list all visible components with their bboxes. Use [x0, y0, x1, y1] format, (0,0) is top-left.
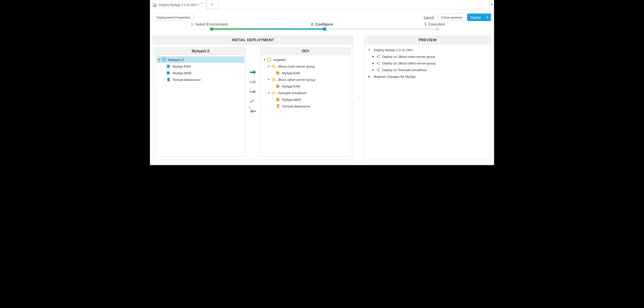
unmap-left-button[interactable]: ✕	[250, 109, 256, 114]
map-right-remove-button[interactable]: ✕	[250, 89, 256, 94]
node-label: JBoss-main-server-group	[278, 65, 315, 68]
node-label: JBoss-other-server-group	[278, 78, 315, 82]
toggle-icon[interactable]: ▼	[267, 91, 270, 94]
preview-node-register[interactable]: ▶ Register changes for MyApp	[367, 73, 488, 80]
tree-node-item[interactable]: MyApp-EAR	[262, 83, 350, 89]
cancel-link[interactable]: Cancel	[424, 16, 434, 19]
file-icon	[275, 103, 281, 109]
node-label: Tomcat-datasource	[172, 78, 201, 82]
mapping-controls: ✕ ✕	[248, 47, 258, 157]
tab-dirty-indicator: *	[198, 3, 200, 7]
puzzle-icon	[166, 70, 171, 76]
container-icon	[271, 90, 276, 95]
node-label: targeted	[273, 58, 285, 62]
node-label: Tomcat8-virtualhost	[278, 91, 306, 95]
toggle-icon[interactable]: ▼	[368, 49, 371, 51]
step-1-dot[interactable]	[210, 27, 214, 31]
target-icon	[266, 57, 272, 62]
puzzle-icon	[275, 84, 281, 89]
tree-node-item[interactable]: Tomcat-datasource	[262, 103, 350, 109]
puzzle-icon	[166, 64, 171, 69]
tree-node-item[interactable]: MyApp-EAR	[262, 70, 350, 76]
target-tree: ▼ targeted ▼ JBoss-main-server-group	[261, 55, 350, 157]
node-label: MyApp-WAR	[172, 71, 192, 75]
tree-node-group[interactable]: ▼ JBoss-other-server-group	[262, 76, 350, 83]
node-label: Deploy on JBoss-other-server-group	[382, 61, 436, 65]
preview-node-root[interactable]: ▼ Deploy MyApp 1.0 on DEV	[367, 47, 488, 53]
preview-node-item[interactable]: ▶ Deploy on Tomcat8-virtualhost	[367, 66, 488, 73]
toggle-icon[interactable]: ▼	[267, 65, 270, 68]
initial-deployment-panel: INITIAL DEPLOYMENT MyApp/1.0 ▼ MyApp/1.0	[153, 36, 353, 160]
container-icon	[271, 77, 276, 82]
tree-node-group[interactable]: ▼ Tomcat8-virtualhost	[262, 89, 350, 96]
deployment-properties-button[interactable]: Deployment Properties	[153, 14, 194, 21]
package-icon	[162, 57, 167, 62]
preview-header: PREVIEW	[418, 38, 436, 42]
step-3-label: 3. Execution	[378, 22, 491, 27]
node-label: MyApp/1.0	[168, 58, 184, 62]
top-action-row: Deployment Properties Cancel Close previ…	[153, 13, 491, 22]
toggle-icon[interactable]: ▼	[267, 78, 270, 81]
node-label: MyApp-EAR	[172, 65, 191, 68]
deploy-icon	[152, 2, 158, 7]
node-label: MyApp-EAR	[282, 71, 300, 75]
wizard-stepper: 1. Select Environment 2. Configure 3. Ex…	[153, 23, 491, 32]
initial-deployment-header: INITIAL DEPLOYMENT	[232, 38, 274, 42]
tree-node-myapp-war[interactable]: MyApp-WAR	[156, 70, 244, 76]
step-3-dot	[436, 27, 439, 31]
step-2-dot[interactable]	[323, 27, 326, 31]
tree-node-tomcat-ds[interactable]: Tomcat-datasource	[156, 76, 244, 83]
add-tab-button[interactable]: +	[206, 0, 218, 9]
toggle-icon[interactable]: ▼	[158, 58, 161, 61]
container-icon	[271, 64, 276, 69]
source-tree: ▼ MyApp/1.0 MyApp-EAR MyApp-WAR	[156, 55, 245, 157]
node-label: Deploy on JBoss-main-server-group	[382, 55, 435, 59]
file-icon	[166, 77, 171, 82]
stepper-track	[211, 28, 438, 30]
preview-node-item[interactable]: ▶ Deploy on JBoss-other-server-group	[367, 60, 488, 66]
tab-title: Deploy MyApp 1.0 to DEV	[159, 3, 197, 7]
tree-node-item[interactable]: MyApp-WAR	[262, 96, 350, 103]
share-icon	[376, 61, 381, 66]
close-icon[interactable]: ✕	[201, 2, 203, 5]
source-panel: MyApp/1.0 ▼ MyApp/1.0 MyApp-EAR	[156, 47, 246, 157]
step-1-label[interactable]: 1. Select Environment	[153, 22, 266, 27]
chevron-down-icon	[490, 4, 493, 5]
node-label: Deploy MyApp 1.0 on DEV	[374, 48, 413, 52]
tree-node-targeted[interactable]: ▼ targeted	[262, 56, 350, 63]
target-panel: DEV ▼ targeted ▼ JBoss-main-server-	[260, 47, 350, 157]
node-label: Register changes for MyApp	[374, 75, 416, 78]
preview-node-item[interactable]: ▶ Deploy on JBoss-main-server-group	[367, 53, 488, 60]
target-header: DEV	[261, 48, 350, 55]
toggle-icon[interactable]: ▶	[372, 55, 375, 58]
node-label: MyApp-EAR	[282, 84, 300, 88]
preview-panel: PREVIEW ▼ Deploy MyApp 1.0 on DEV ▶ Depl…	[364, 36, 491, 160]
node-label: MyApp-WAR	[282, 98, 301, 101]
step-2-label[interactable]: 2. Configure	[266, 22, 378, 27]
puzzle-icon	[275, 97, 281, 102]
tab-deploy[interactable]: Deploy MyApp 1.0 to DEV * ✕	[150, 0, 206, 9]
node-label: Deploy on Tomcat8-virtualhost	[382, 68, 427, 72]
chevron-down-icon	[486, 17, 488, 18]
toggle-icon[interactable]: ▶	[372, 68, 375, 71]
tree-node-myapp-ear[interactable]: MyApp-EAR	[156, 63, 244, 70]
tabstrip: Deploy MyApp 1.0 to DEV * ✕ +	[150, 0, 494, 9]
tree-node-app-root[interactable]: ▼ MyApp/1.0	[156, 56, 244, 63]
node-label: Tomcat-datasource	[282, 104, 310, 108]
tabstrip-overflow-button[interactable]	[489, 0, 494, 9]
share-icon	[376, 67, 381, 72]
map-right-active-button[interactable]	[250, 70, 256, 75]
panel-resize-handle[interactable]	[357, 36, 360, 160]
toggle-icon[interactable]: ▼	[262, 58, 266, 61]
source-header: MyApp/1.0	[156, 48, 245, 55]
tree-node-group[interactable]: ▼ JBoss-main-server-group	[262, 63, 350, 70]
toggle-icon[interactable]: ▶	[372, 62, 375, 65]
edit-mapping-button[interactable]	[250, 99, 256, 104]
plus-icon: +	[211, 2, 214, 7]
deploy-button[interactable]: Deploy	[467, 14, 484, 21]
toggle-icon[interactable]: ▶	[368, 75, 371, 78]
deploy-dropdown-button[interactable]	[484, 14, 491, 21]
map-right-button[interactable]	[250, 79, 256, 85]
close-preview-button[interactable]: Close preview	[438, 14, 465, 21]
puzzle-icon	[275, 70, 281, 76]
